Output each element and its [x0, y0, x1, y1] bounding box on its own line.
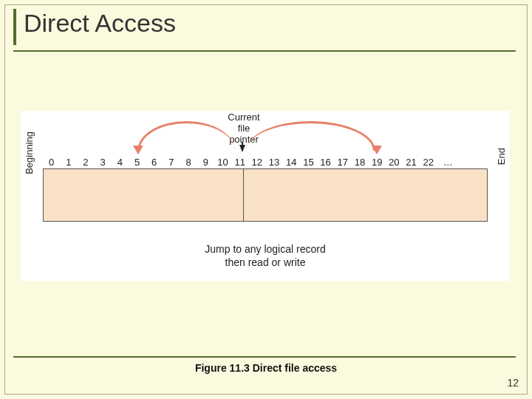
title-rule [13, 50, 516, 52]
tick: 22 [420, 157, 437, 168]
page-title: Direct Access [24, 9, 176, 38]
page-number: 12 [507, 377, 519, 389]
arrow-down-icon [239, 145, 245, 152]
tick: 5 [129, 157, 146, 168]
tick: 6 [146, 157, 163, 168]
tick: 10 [214, 157, 231, 168]
tick: 17 [334, 157, 351, 168]
figure-number: Figure 11.3 [195, 362, 250, 374]
tick: 14 [283, 157, 300, 168]
arrow-head-left-icon [133, 146, 143, 154]
tick: 4 [112, 157, 129, 168]
caption-rule [13, 356, 516, 358]
bottom-line: then read or write [225, 256, 306, 268]
tick: 13 [265, 157, 282, 168]
tick: 16 [317, 157, 334, 168]
tick-ellipsis: … [437, 157, 459, 168]
tick: 11 [231, 157, 248, 168]
tick: 2 [77, 157, 94, 168]
tick: 19 [369, 157, 386, 168]
figure-area: Beginning End Current file pointer 01234… [21, 111, 510, 281]
tick: 8 [180, 157, 197, 168]
tick: 20 [386, 157, 403, 168]
tick: 0 [43, 157, 60, 168]
tick: 3 [95, 157, 112, 168]
beginning-label: Beginning [24, 132, 35, 174]
pointer-label-line: Current [228, 112, 259, 123]
tick: 1 [60, 157, 77, 168]
tick: 9 [197, 157, 214, 168]
figure-caption: Figure 11.3 Direct file access [0, 362, 532, 374]
tick: 21 [403, 157, 420, 168]
pointer-label-line: file [238, 123, 250, 134]
bottom-line: Jump to any logical record [205, 243, 325, 255]
end-label: End [496, 148, 507, 165]
tick: 7 [163, 157, 180, 168]
cursor-line [243, 169, 244, 221]
title-block: Direct Access [13, 9, 176, 45]
tick: 12 [248, 157, 265, 168]
figure-text: Direct file access [253, 362, 337, 374]
record-bar [43, 168, 488, 222]
tick: 18 [351, 157, 368, 168]
index-row: 012345678910111213141516171819202122… [43, 157, 488, 168]
arrow-head-right-icon [372, 146, 382, 154]
tick: 15 [300, 157, 317, 168]
figure-bottom-label: Jump to any logical record then read or … [21, 242, 510, 269]
